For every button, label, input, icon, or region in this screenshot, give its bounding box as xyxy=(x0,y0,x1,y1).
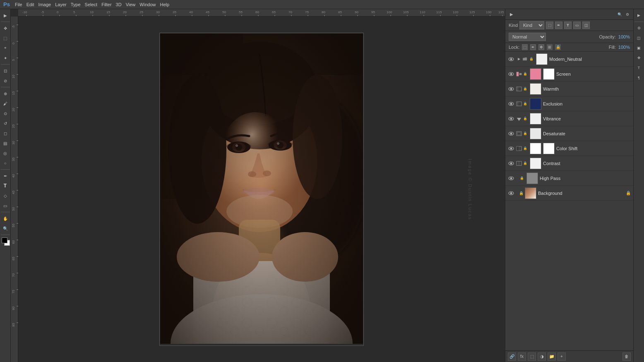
right-panel-btn-3[interactable]: ◫ xyxy=(634,34,644,43)
gradient-tool[interactable]: ▤ xyxy=(1,139,10,148)
kind-smart-icon[interactable]: ◫ xyxy=(582,22,590,29)
layer-row-desaturate[interactable]: 🔒 Desaturate xyxy=(505,126,633,141)
link-layers-btn[interactable]: 🔗 xyxy=(508,352,516,361)
add-mask-btn[interactable]: ⬚ xyxy=(528,352,536,361)
layer-eye-screen[interactable] xyxy=(508,71,514,77)
lock-position-btn[interactable]: ✥ xyxy=(538,44,544,50)
kind-pixel-icon[interactable]: ⬚ xyxy=(546,22,553,29)
panel-filter-icon[interactable]: 🔍 xyxy=(616,11,623,18)
left-toolbar: ▶ ✥ ⬚ ⌖ ✦ ⊡ ⊘ ⊕ 🖌 ⊙ ↺ ◻ ▤ ◎ ○ ✒ T ◇ ▭ ✋ … xyxy=(0,9,11,362)
layer-eye-warmth[interactable] xyxy=(508,86,514,92)
layer-row-warmth[interactable]: 🔒 Warmth xyxy=(505,82,633,96)
svg-text:35: 35 xyxy=(12,157,15,161)
hand-tool[interactable]: ✋ xyxy=(1,214,10,223)
right-panel-btn-2[interactable]: ⚙ xyxy=(634,24,644,33)
layer-row-background[interactable]: 🔒 Background 🔒 xyxy=(505,186,633,201)
brush-tool[interactable]: 🖌 xyxy=(1,99,10,108)
svg-text:70: 70 xyxy=(288,10,292,14)
right-panel-icons: ▶ ⚙ ◫ ▣ ✥ T ¶ xyxy=(633,9,644,362)
menu-window[interactable]: Window xyxy=(139,2,156,7)
lasso-tool[interactable]: ⌖ xyxy=(1,43,10,53)
layer-eye-color-shift[interactable] xyxy=(508,145,514,152)
right-panel-btn-6[interactable]: T xyxy=(634,63,644,72)
lock-all-btn[interactable]: 🔒 xyxy=(555,44,561,50)
dodge-tool[interactable]: ○ xyxy=(1,158,10,168)
right-panel-btn-4[interactable]: ▣ xyxy=(634,43,644,53)
layer-eye-contrast[interactable] xyxy=(508,160,514,167)
heal-tool[interactable]: ⊕ xyxy=(1,89,10,98)
lock-transparent-btn[interactable]: ⬚ xyxy=(522,44,528,50)
opacity-value[interactable]: 100% xyxy=(618,34,630,39)
stamp-tool[interactable]: ⊙ xyxy=(1,109,10,118)
menu-help[interactable]: Help xyxy=(160,2,169,7)
menu-select[interactable]: Select xyxy=(85,2,98,7)
layer-lock-icon-contrast: 🔒 xyxy=(522,161,528,166)
menu-edit[interactable]: Edit xyxy=(26,2,34,7)
blend-mode-select[interactable]: Normal Dissolve Multiply Screen Overlay xyxy=(509,33,546,41)
eraser-tool[interactable]: ◻ xyxy=(1,129,10,138)
menu-image[interactable]: Image xyxy=(38,2,51,7)
kind-adjustment-icon[interactable]: ✒ xyxy=(555,22,562,29)
menu-view[interactable]: View xyxy=(126,2,136,7)
layer-row-vibrance[interactable]: 🔒 Vibrance xyxy=(505,111,633,126)
layer-lock-icon-screen: 🔒 xyxy=(522,71,528,77)
right-panel-btn-5[interactable]: ✥ xyxy=(634,53,644,62)
layer-eye-modern-neutral[interactable] xyxy=(508,56,514,62)
add-style-btn[interactable]: fx xyxy=(518,352,526,361)
new-adjustment-btn[interactable]: ◑ xyxy=(538,352,546,361)
path-tool[interactable]: ◇ xyxy=(1,191,10,200)
layer-row-exclusion[interactable]: 🔒 Exclusion xyxy=(505,96,633,111)
type-tool[interactable]: T xyxy=(1,181,10,190)
layers-list: ▶ 🔒 Modern_Neutral 🔒 xyxy=(505,52,633,350)
layer-eye-exclusion[interactable] xyxy=(508,101,514,107)
new-layer-btn[interactable]: + xyxy=(557,352,566,361)
move-tool[interactable]: ✥ xyxy=(1,24,10,33)
history-tool[interactable]: ↺ xyxy=(1,119,10,128)
new-group-btn[interactable]: 📁 xyxy=(548,352,556,361)
menu-layer[interactable]: Layer xyxy=(55,2,67,7)
layer-thumb-background xyxy=(525,187,536,199)
panel-settings-icon[interactable]: ⚙ xyxy=(624,11,631,18)
pen-tool[interactable]: ✒ xyxy=(1,171,10,180)
eyedropper-tool[interactable]: ⊘ xyxy=(1,76,10,85)
layer-row-color-shift[interactable]: 🔒 Color Shift xyxy=(505,141,633,156)
foreground-background-colors[interactable] xyxy=(1,237,10,246)
layer-eye-high-pass[interactable] xyxy=(508,175,514,182)
lock-image-btn[interactable]: ✒ xyxy=(530,44,536,50)
shape-tool[interactable]: ▭ xyxy=(1,201,10,210)
kind-select[interactable]: Kind Name Effect Mode Attribute Color xyxy=(519,21,544,29)
kind-type-icon[interactable]: T xyxy=(564,22,572,29)
kind-shape-icon[interactable]: ▭ xyxy=(573,22,581,29)
right-panel-btn-7[interactable]: ¶ xyxy=(634,73,644,82)
blur-tool[interactable]: ◎ xyxy=(1,149,10,158)
layer-row-high-pass[interactable]: 🔒 High Pass xyxy=(505,171,633,186)
menu-file[interactable]: File xyxy=(15,2,22,7)
wand-tool[interactable]: ✦ xyxy=(1,53,10,62)
play-button[interactable]: ▶ xyxy=(1,11,10,20)
svg-rect-159 xyxy=(519,73,521,75)
zoom-tool[interactable]: 🔍 xyxy=(1,224,10,233)
menu-filter[interactable]: Filter xyxy=(101,2,111,7)
layer-row-modern-neutral[interactable]: ▶ 🔒 Modern_Neutral xyxy=(505,52,633,67)
menu-type[interactable]: Type xyxy=(71,2,81,7)
lock-artboard-btn[interactable]: ⊞ xyxy=(547,44,553,50)
layer-eye-vibrance[interactable] xyxy=(508,115,514,122)
selection-tool[interactable]: ⬚ xyxy=(1,34,10,43)
svg-text:-5: -5 xyxy=(41,10,44,14)
right-panel-btn-1[interactable]: ▶ xyxy=(634,11,644,20)
layer-thumb-desaturate xyxy=(530,128,541,139)
layer-lock-icon-vibrance: 🔒 xyxy=(522,116,528,122)
layer-eye-background[interactable] xyxy=(508,190,514,197)
crop-tool[interactable]: ⊡ xyxy=(1,66,10,75)
layer-name-exclusion: Exclusion xyxy=(543,101,631,106)
layer-row-contrast[interactable]: 🔒 Contrast xyxy=(505,156,633,171)
svg-rect-174 xyxy=(517,132,521,135)
layer-icons-warmth: 🔒 xyxy=(516,86,528,92)
layer-group-expand-icon[interactable]: ▶ xyxy=(516,56,522,62)
panel-play-icon[interactable]: ▶ xyxy=(508,11,515,18)
delete-layer-btn[interactable]: 🗑 xyxy=(622,352,631,361)
fill-value[interactable]: 100% xyxy=(618,45,630,50)
menu-3d[interactable]: 3D xyxy=(116,2,122,7)
layer-eye-desaturate[interactable] xyxy=(508,130,514,137)
layer-row-screen[interactable]: 🔒 Screen xyxy=(505,67,633,82)
